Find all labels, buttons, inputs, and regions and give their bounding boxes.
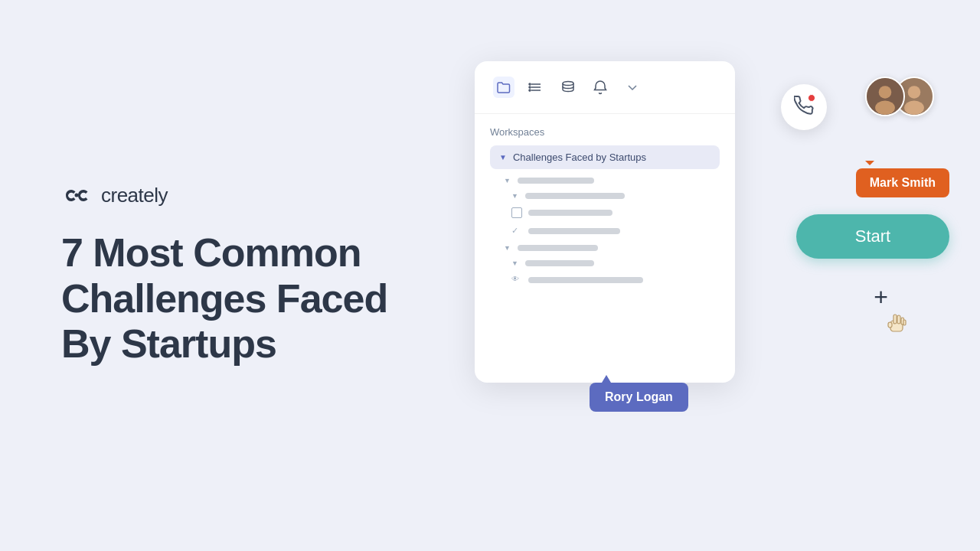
- creately-logo-icon: [61, 187, 93, 203]
- chevron-down-icon[interactable]: [622, 77, 643, 98]
- mark-smith-label: Mark Smith: [870, 176, 936, 189]
- tree-check-icon: ✓: [511, 226, 522, 236]
- svg-point-4: [529, 83, 531, 85]
- svg-point-7: [563, 82, 573, 86]
- svg-point-0: [75, 194, 79, 197]
- tree-item: [498, 207, 720, 218]
- tree-item: ▼: [498, 259, 720, 267]
- folder-icon[interactable]: [493, 77, 514, 98]
- svg-point-9: [879, 86, 892, 99]
- plus-button[interactable]: +: [874, 283, 888, 311]
- active-workspace-text: Challenges Faced by Startups: [513, 152, 646, 163]
- tree-arrow-icon: ▼: [511, 192, 519, 200]
- tree-box-icon: [511, 207, 522, 218]
- tree-arrow-icon: ▼: [504, 244, 511, 252]
- right-section: Workspaces ▼ Challenges Faced by Startup…: [475, 0, 980, 551]
- cursor-icon: [886, 310, 907, 334]
- logo: creately: [61, 184, 429, 207]
- workspace-label: Workspaces: [490, 126, 720, 138]
- tree-eye-icon: 👁: [511, 275, 522, 285]
- avatar-group: [865, 77, 934, 116]
- svg-rect-16: [897, 315, 900, 324]
- mark-smith-tooltip: Mark Smith: [856, 168, 949, 197]
- tree-line: [525, 260, 594, 266]
- call-notification-dot: [808, 94, 815, 102]
- avatar-user-1: [865, 77, 905, 116]
- svg-rect-18: [903, 320, 906, 325]
- left-section: creately 7 Most Common Challenges Faced …: [0, 138, 475, 413]
- logo-text: creately: [101, 184, 168, 207]
- tree-item: ▼: [498, 244, 720, 252]
- active-workspace-item[interactable]: ▼ Challenges Faced by Startups: [490, 145, 720, 169]
- tree-line: [518, 178, 594, 184]
- bell-icon[interactable]: [590, 77, 611, 98]
- tree-line: [528, 210, 612, 216]
- workspace-area: Workspaces ▼ Challenges Faced by Startup…: [475, 114, 735, 298]
- tree-line: [525, 193, 625, 199]
- call-icon-wrap: [794, 96, 814, 119]
- start-button[interactable]: Start: [796, 214, 949, 259]
- svg-point-10: [875, 101, 895, 115]
- tree-line: [528, 277, 643, 283]
- svg-point-5: [529, 86, 531, 88]
- svg-point-13: [904, 101, 924, 115]
- tree-item: ✓: [498, 226, 720, 236]
- avatar-silhouette-1: [867, 78, 903, 115]
- tree-line: [518, 245, 598, 251]
- tree-item: ▼: [498, 177, 720, 184]
- svg-point-6: [529, 90, 531, 91]
- rory-logan-label: Rory Logan: [605, 390, 673, 403]
- ui-panel: Workspaces ▼ Challenges Faced by Startup…: [475, 61, 735, 383]
- list-icon[interactable]: [525, 77, 547, 98]
- svg-rect-15: [893, 315, 897, 324]
- workspace-arrow-icon: ▼: [499, 153, 507, 161]
- tree-item: ▼: [498, 192, 720, 200]
- tree-line: [528, 228, 620, 234]
- tree-list: ▼ ▼ ✓: [490, 177, 720, 285]
- svg-rect-19: [888, 322, 892, 328]
- call-widget[interactable]: [781, 84, 827, 130]
- headline: 7 Most Common Challenges Faced By Startu…: [61, 230, 429, 367]
- tree-arrow-icon: ▼: [511, 259, 519, 267]
- toolbar: [475, 61, 735, 114]
- database-icon[interactable]: [557, 77, 579, 98]
- tree-arrow-icon: ▼: [504, 177, 511, 184]
- tree-item: 👁: [498, 275, 720, 285]
- rory-logan-tooltip: Rory Logan: [590, 383, 688, 412]
- svg-point-12: [908, 86, 921, 99]
